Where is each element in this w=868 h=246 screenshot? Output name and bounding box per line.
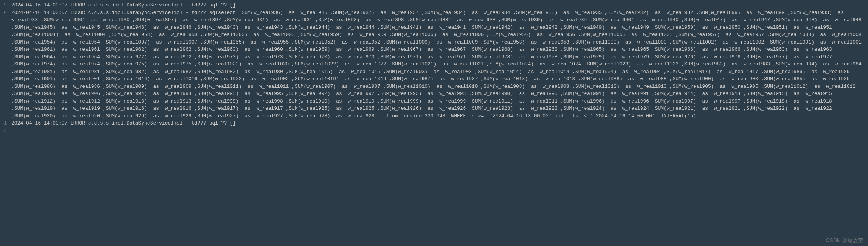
log-text[interactable]: 2024-04-16 14:00:07 ERROR c.d.s.s.impl.D… [8, 120, 868, 127]
line-number: 0 [0, 9, 8, 120]
line-number: 1 [0, 120, 8, 127]
log-line[interactable]: 0 2024-04-16 14:00:07 ERROR c.d.s.s.impl… [0, 9, 868, 120]
log-line[interactable]: 1 2024-04-16 14:00:07 ERROR c.d.s.s.impl… [0, 120, 868, 127]
log-text[interactable]: 2024-04-16 14:00:07 ERROR c.d.s.s.impl.D… [8, 2, 868, 9]
line-number: 2 [0, 127, 8, 135]
log-output: 9 2024-04-16 14:00:07 ERROR c.d.s.s.impl… [0, 0, 868, 136]
log-text[interactable] [8, 127, 868, 135]
line-number: 9 [0, 2, 8, 9]
log-text[interactable]: 2024-04-16 14:00:07 ERROR c.d.s.s.impl.D… [8, 9, 868, 120]
log-line[interactable]: 2 [0, 127, 868, 135]
log-line[interactable]: 9 2024-04-16 14:00:07 ERROR c.d.s.s.impl… [0, 2, 868, 9]
